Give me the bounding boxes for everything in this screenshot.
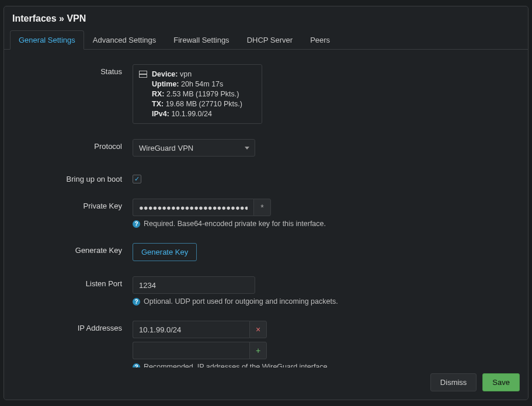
settings-dialog: Interfaces » VPN General Settings Advanc… [4, 6, 528, 400]
device-icon [139, 71, 147, 78]
ip-address-input-0[interactable] [133, 321, 249, 338]
add-ip-button[interactable]: + [249, 342, 267, 359]
genkey-label: Generate Key [16, 243, 133, 261]
listenport-label: Listen Port [16, 276, 133, 306]
private-key-hint: ? Required. Base64-encoded private key f… [133, 220, 401, 228]
tab-peers[interactable]: Peers [301, 30, 339, 50]
info-icon: ? [133, 298, 140, 306]
bring-up-on-boot-checkbox[interactable] [133, 175, 141, 183]
save-button[interactable]: Save [482, 373, 520, 391]
generate-key-button[interactable]: Generate Key [133, 243, 197, 261]
bringup-label: Bring up on boot [16, 172, 133, 183]
svg-rect-1 [140, 75, 147, 78]
tab-advanced-settings[interactable]: Advanced Settings [84, 30, 165, 50]
tab-general-settings[interactable]: General Settings [10, 30, 84, 50]
tab-firewall-settings[interactable]: Firewall Settings [165, 30, 238, 50]
listen-port-input[interactable] [133, 276, 255, 294]
status-lines: Device: vpn Uptime: 20h 54m 17s RX: 2.53… [152, 70, 242, 119]
listen-port-hint: ? Optional. UDP port used for outgoing a… [133, 297, 401, 306]
protocol-select[interactable]: WireGuard VPN [133, 139, 255, 157]
info-icon: ? [133, 220, 140, 228]
remove-ip-button[interactable]: × [249, 321, 267, 338]
dialog-title: Interfaces » VPN [4, 6, 528, 30]
status-box: Device: vpn Uptime: 20h 54m 17s RX: 2.53… [133, 64, 262, 124]
ip-hint: ? Recommended. IP addresses of the WireG… [133, 363, 401, 367]
status-label: Status [16, 64, 133, 124]
tab-dhcp-server[interactable]: DHCP Server [238, 30, 302, 50]
svg-rect-0 [140, 71, 147, 74]
ip-address-input-new[interactable] [133, 342, 249, 359]
dialog-footer: Dismiss Save [4, 367, 528, 400]
info-icon: ? [133, 363, 140, 367]
private-key-input[interactable] [133, 199, 253, 216]
ips-label: IP Addresses [16, 321, 133, 367]
tabs: General Settings Advanced Settings Firew… [4, 30, 528, 50]
reveal-key-button[interactable]: * [253, 199, 271, 216]
form-area: Status Device: vpn Uptime: 20h 54m 17s R… [4, 50, 528, 367]
protocol-label: Protocol [16, 139, 133, 157]
dismiss-button[interactable]: Dismiss [430, 373, 477, 391]
privatekey-label: Private Key [16, 199, 133, 228]
